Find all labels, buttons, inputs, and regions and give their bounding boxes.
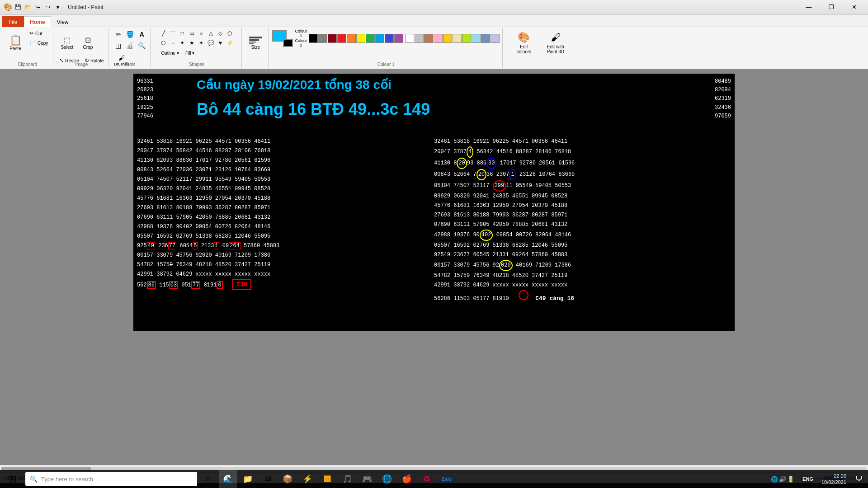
eraser-tool[interactable]: ◫: [113, 40, 124, 51]
dropbox-icon[interactable]: 📦: [278, 470, 297, 488]
paste-button[interactable]: 📋 Paste: [5, 29, 26, 57]
magnify-tool[interactable]: 🔍: [137, 40, 147, 51]
brush-icon: 🖌: [118, 54, 125, 61]
shape-hexagon[interactable]: ⬡: [159, 38, 168, 47]
qa-dropdown[interactable]: ▼: [53, 3, 62, 12]
color-cell[interactable]: [405, 34, 414, 43]
shape-rect[interactable]: □: [178, 29, 187, 38]
shape-star6[interactable]: ✶: [197, 38, 206, 47]
minimize-button[interactable]: —: [798, 0, 819, 14]
color-cell[interactable]: [385, 34, 394, 43]
shape-callout[interactable]: 💬: [206, 38, 215, 47]
cut-button[interactable]: ✂ Cut: [27, 29, 50, 38]
shapes-group-label: Shapes: [189, 62, 204, 67]
colorpick-tool[interactable]: 🔬: [125, 40, 136, 51]
fill-dropdown[interactable]: Fill ▾: [183, 48, 197, 57]
ribbon-group-colors: Colour1 Colour2 Colour 1: [269, 28, 503, 68]
shape-diamond[interactable]: ◇: [216, 29, 225, 38]
ribbon-group-size: Size: [243, 28, 269, 68]
color-cell[interactable]: [424, 34, 433, 43]
redo-button[interactable]: ↪: [43, 3, 52, 12]
tab-view[interactable]: View: [51, 16, 75, 27]
color-cell[interactable]: [337, 34, 346, 43]
game-icon-taskbar[interactable]: 🎮: [358, 470, 376, 488]
color-cell[interactable]: [328, 34, 337, 43]
amazon-icon[interactable]: 🅰: [318, 470, 336, 488]
color1-label[interactable]: Colour1: [295, 29, 307, 38]
select-button[interactable]: ⬚ Select: [57, 29, 77, 56]
size-line-3: [249, 42, 256, 42]
image-group-label: Image: [75, 62, 88, 67]
shape-arrow[interactable]: →: [168, 38, 177, 47]
green-app-glyph: 🍎: [402, 474, 412, 484]
shape-pentagon[interactable]: ⬠: [225, 29, 234, 38]
edit-colours-button[interactable]: 🎨 Editcolours: [509, 29, 539, 57]
color2-swatch[interactable]: [283, 39, 293, 47]
notification-button[interactable]: 🗨: [852, 470, 866, 488]
shape-lightning[interactable]: ⚡: [225, 38, 234, 47]
color-cell[interactable]: [434, 34, 443, 43]
crop-button[interactable]: ⊡ Crop: [78, 29, 98, 56]
color-cell[interactable]: [415, 34, 424, 43]
language-button[interactable]: ENG: [800, 470, 816, 488]
shape-options: Outline ▾ Fill ▾: [159, 48, 197, 57]
close-button[interactable]: ✕: [844, 0, 864, 14]
music-icon-taskbar[interactable]: 🎵: [338, 470, 356, 488]
shape-triangle[interactable]: △: [206, 29, 215, 38]
copy-button[interactable]: 📄 Copy: [27, 38, 50, 47]
color-cell[interactable]: [453, 34, 462, 43]
canvas-area[interactable]: 96331 20823 25618 18225 77946 80489 8209…: [0, 69, 868, 465]
color-cell[interactable]: [481, 34, 490, 43]
recycle-icon[interactable]: ♻: [418, 470, 436, 488]
quick-save-button[interactable]: 💾: [14, 3, 23, 12]
explorer-taskbar-icon[interactable]: 📁: [239, 470, 257, 488]
network-icon: 🌐: [771, 476, 778, 483]
chrome-taskbar-icon[interactable]: 🌐: [378, 470, 396, 488]
shape-curve[interactable]: ⌒: [168, 29, 177, 38]
paste-icon: 📋: [9, 35, 22, 45]
maximize-button[interactable]: ❐: [821, 0, 842, 14]
fill-tool[interactable]: 🪣: [125, 29, 136, 40]
pencil-tool[interactable]: ✏: [113, 29, 124, 40]
edit-paint3d-button[interactable]: 🖌 Edit withPaint 3D: [540, 29, 571, 57]
tab-file[interactable]: File: [2, 16, 24, 27]
shape-star5[interactable]: ★: [187, 38, 196, 47]
system-tray[interactable]: 🌐 🔊 🔋: [767, 476, 798, 483]
color-cell[interactable]: [462, 34, 471, 43]
paint-canvas[interactable]: 96331 20823 25618 18225 77946 80489 8209…: [133, 74, 735, 331]
flash-icon-taskbar[interactable]: ⚡: [298, 470, 316, 488]
outline-dropdown[interactable]: Outline ▾: [159, 48, 181, 57]
zalo-icon[interactable]: Zalo: [438, 470, 456, 488]
size-button[interactable]: Size: [245, 29, 265, 57]
clock-display[interactable]: 22:20 18/02/2021: [818, 473, 850, 486]
taskbar-search[interactable]: 🔍 Type here to search: [25, 472, 197, 486]
shape-star4[interactable]: ✦: [178, 38, 187, 47]
ribbon-tab-bar: File Home View: [0, 14, 868, 27]
color-cell[interactable]: [318, 34, 327, 43]
tab-home[interactable]: Home: [24, 16, 51, 27]
shape-roundrect[interactable]: ▭: [187, 29, 196, 38]
color-cell[interactable]: [472, 34, 481, 43]
green-app-icon[interactable]: 🍎: [398, 470, 416, 488]
paint3d-icon: 🖌: [551, 32, 561, 43]
color-cell[interactable]: [443, 34, 452, 43]
shape-ellipse[interactable]: ○: [197, 29, 206, 38]
task-view-button[interactable]: ⧉: [199, 470, 217, 488]
start-button[interactable]: ⊞: [2, 470, 24, 488]
color-cell[interactable]: [491, 34, 500, 43]
quick-folder-button[interactable]: 📂: [24, 3, 33, 12]
battery-icon: 🔋: [787, 476, 794, 483]
color-cell[interactable]: [366, 34, 375, 43]
shape-line[interactable]: ╱: [159, 29, 168, 38]
mail-taskbar-icon[interactable]: ✉: [259, 470, 277, 488]
shape-heart[interactable]: ♥: [216, 38, 225, 47]
color2-label[interactable]: Colour2: [295, 38, 307, 47]
text-tool[interactable]: A: [137, 29, 147, 40]
color-cell[interactable]: [375, 34, 384, 43]
edge-taskbar-icon[interactable]: 🌊: [219, 470, 237, 488]
undo-button[interactable]: ↩: [33, 3, 42, 12]
color-cell[interactable]: [347, 34, 356, 43]
color-cell[interactable]: [394, 34, 403, 43]
color-cell[interactable]: [356, 34, 365, 43]
color-cell[interactable]: [309, 34, 318, 43]
